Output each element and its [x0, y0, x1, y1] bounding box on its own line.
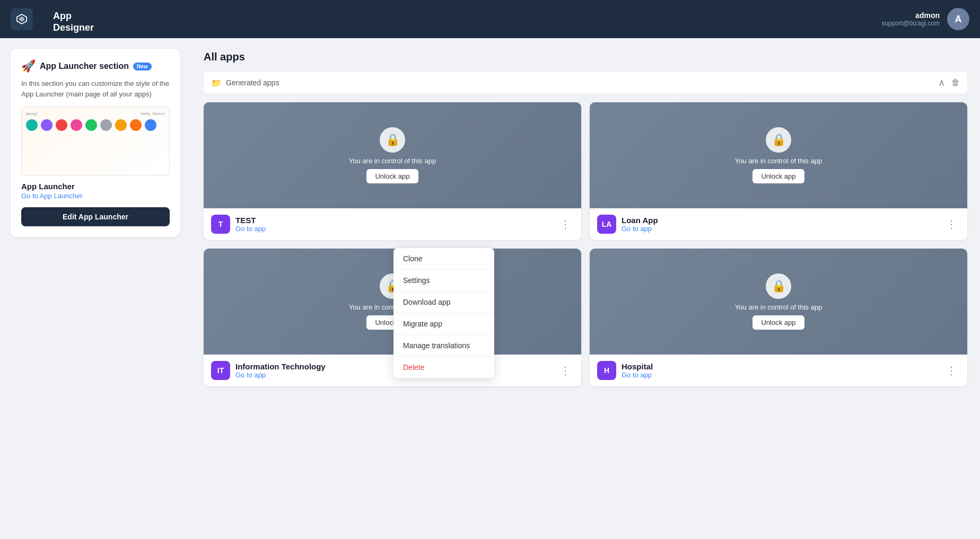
- launcher-header: 🚀 App Launcher section New: [21, 59, 170, 73]
- main-content: All apps 📁 Generated apps ∧ 🗑 🔒 You are …: [191, 38, 980, 539]
- svg-marker-1: [19, 16, 24, 22]
- menu-item-delete[interactable]: Delete: [393, 357, 494, 378]
- app-preview-it: 🔒 You are in control of this app Unlock …: [204, 249, 581, 355]
- app-avatar-test: T: [211, 215, 230, 234]
- app-card-test: 🔒 You are in control of this app Unlock …: [204, 102, 581, 240]
- avatar[interactable]: A: [947, 8, 969, 30]
- menu-item-clone[interactable]: Clone: [393, 248, 494, 269]
- unlock-button-loan[interactable]: Unlock app: [752, 169, 804, 183]
- app-card-loan: 🔒 You are in control of this app Unlock …: [590, 102, 967, 240]
- header-right: admon support@bizagi.com A: [881, 8, 969, 30]
- app-footer-hospital: H Hospital Go to app ⋮: [590, 355, 967, 386]
- section-header: 📁 Generated apps ∧ 🗑: [204, 72, 967, 94]
- app-avatar-hospital: H: [597, 361, 616, 380]
- app-card-hospital: 🔒 You are in control of this app Unlock …: [590, 249, 967, 386]
- app-link-loan[interactable]: Go to app: [622, 225, 658, 233]
- header: bizogi AppDesigner admon support@bizagi.…: [0, 0, 980, 38]
- app-card-it: 🔒 You are in control of this app Unlock …: [204, 249, 581, 386]
- app-avatar-loan: LA: [597, 215, 616, 234]
- folder-icon: 📁: [211, 78, 222, 88]
- more-button-hospital[interactable]: ⋮: [943, 362, 960, 379]
- rocket-icon: 🚀: [21, 59, 36, 73]
- menu-item-migrate[interactable]: Migrate app: [393, 313, 494, 334]
- menu-item-download[interactable]: Download app: [393, 291, 494, 313]
- app-link-test[interactable]: Go to app: [235, 225, 266, 233]
- app-name-hospital: Hospital: [622, 362, 653, 371]
- more-button-test[interactable]: ⋮: [557, 216, 574, 233]
- control-text-loan: You are in control of this app: [735, 157, 822, 165]
- more-button-loan[interactable]: ⋮: [943, 216, 960, 233]
- app-name-test: TEST: [235, 216, 266, 225]
- app-preview-loan: 🔒 You are in control of this app Unlock …: [590, 102, 967, 208]
- app-footer-test: T TEST Go to app ⋮: [204, 208, 581, 240]
- delete-section-button[interactable]: 🗑: [951, 78, 960, 87]
- app-link-it[interactable]: Go to app: [235, 371, 326, 379]
- section-label: Generated apps: [226, 78, 279, 87]
- app-name-loan: Loan App: [622, 216, 658, 225]
- lock-icon-loan: 🔒: [766, 127, 791, 153]
- control-text-hospital: You are in control of this app: [735, 303, 822, 311]
- app-footer-it: IT Information Technology Go to app ⋮: [204, 355, 581, 386]
- launcher-card: 🚀 App Launcher section New In this secti…: [11, 49, 180, 237]
- sidebar: 🚀 App Launcher section New In this secti…: [0, 38, 191, 539]
- app-preview-test: 🔒 You are in control of this app Unlock …: [204, 102, 581, 208]
- menu-item-settings[interactable]: Settings: [393, 270, 494, 291]
- app-name-it: Information Technology: [235, 362, 326, 371]
- launcher-preview: bizogi Hello, Demo!: [21, 107, 170, 175]
- app-link-hospital[interactable]: Go to app: [622, 371, 653, 379]
- more-button-it[interactable]: ⋮: [557, 362, 574, 379]
- user-info: admon support@bizagi.com: [881, 11, 940, 27]
- control-text-test: You are in control of this app: [349, 157, 436, 165]
- menu-item-translations[interactable]: Manage translations: [393, 335, 494, 356]
- apps-grid: 🔒 You are in control of this app Unlock …: [204, 102, 967, 386]
- logo-icon: [11, 8, 33, 30]
- unlock-button-test[interactable]: Unlock app: [366, 169, 418, 183]
- lock-icon-hospital: 🔒: [766, 273, 791, 299]
- app-avatar-it: IT: [211, 361, 230, 380]
- context-menu: Clone Settings Download app Migrate app …: [393, 248, 494, 378]
- app-preview-hospital: 🔒 You are in control of this app Unlock …: [590, 249, 967, 355]
- lock-icon-test: 🔒: [380, 127, 405, 153]
- edit-launcher-button[interactable]: Edit App Launcher: [21, 207, 170, 226]
- page-title: All apps: [204, 51, 967, 63]
- collapse-button[interactable]: ∧: [938, 77, 945, 89]
- app-footer-loan: LA Loan App Go to app ⋮: [590, 208, 967, 240]
- unlock-button-hospital[interactable]: Unlock app: [752, 315, 804, 330]
